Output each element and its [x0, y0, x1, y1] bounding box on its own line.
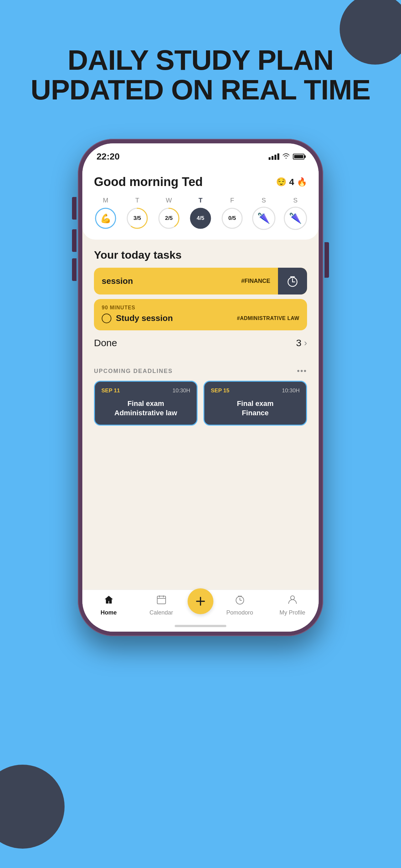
home-indicator — [175, 625, 226, 627]
deadline-meta-1: SEP 11 10:30H — [101, 388, 190, 394]
task-minutes: 90 MINUTES — [102, 305, 299, 311]
battery-icon — [293, 154, 305, 159]
task-card-active[interactable]: session #FINANCE — [94, 268, 307, 294]
task-title: session — [102, 276, 133, 286]
tasks-title: Your today tasks — [94, 249, 307, 261]
task-checkbox[interactable] — [102, 314, 112, 323]
status-time: 22:20 — [96, 151, 120, 162]
profile-icon — [287, 594, 298, 608]
phone-outer: 22:20 — [78, 139, 323, 636]
done-count-row: 3 › — [296, 337, 307, 348]
done-row[interactable]: Done 3 › — [94, 335, 307, 351]
nav-pomodoro[interactable]: Pomodoro — [213, 594, 266, 616]
greeting-card: Good morning Ted 😌 4 🔥 M — [82, 166, 319, 240]
task-pending-row: Study session #ADMINISTRATIVE LAW — [102, 313, 299, 323]
day-saturday: S 🌂 — [252, 197, 275, 230]
phone-mockup: 22:20 — [78, 139, 323, 833]
pomodoro-icon — [235, 594, 245, 608]
home-icon — [104, 594, 114, 608]
day-friday: F 0/5 — [220, 197, 244, 230]
signal-icon — [269, 153, 279, 160]
deadline-time-2: 10:30H — [282, 388, 300, 394]
done-label: Done — [94, 337, 117, 348]
deadlines-header: UPCOMING DEADLINES ••• — [94, 367, 307, 376]
day-tuesday: T 3/5 — [126, 197, 149, 230]
nav-calendar[interactable]: Calendar — [135, 594, 188, 616]
add-button[interactable] — [188, 588, 213, 614]
deadline-title-2: Final examFinance — [211, 399, 300, 417]
nav-profile-label: My Profile — [279, 609, 305, 616]
greeting-text: Good morning Ted — [94, 175, 203, 189]
deadlines-section: UPCOMING DEADLINES ••• SEP 11 10:30H Fin… — [82, 367, 319, 426]
nav-add[interactable] — [188, 597, 213, 614]
day-monday: M 💪 — [94, 197, 117, 230]
content-area: Your today tasks session #FINANCE — [82, 240, 319, 360]
day-thursday: T 4/5 — [189, 197, 212, 230]
task-card-pending[interactable]: 90 MINUTES Study session #ADMINISTRATIVE… — [94, 299, 307, 330]
day-sunday: S 🌂 — [284, 197, 307, 230]
deadline-meta-2: SEP 15 10:30H — [211, 388, 300, 394]
status-icons — [269, 152, 305, 161]
bottom-nav: Home Calendar — [82, 590, 319, 631]
nav-home-label: Home — [100, 609, 117, 616]
deadline-time-1: 10:30H — [173, 388, 190, 394]
fire-emoji: 🔥 — [297, 177, 307, 187]
deadlines-cards: SEP 11 10:30H Final examAdministrative l… — [94, 381, 307, 426]
deadline-card-1[interactable]: SEP 11 10:30H Final examAdministrative l… — [94, 381, 197, 426]
nav-calendar-label: Calendar — [150, 609, 173, 616]
chevron-right-icon: › — [304, 338, 307, 348]
deadline-title-1: Final examAdministrative law — [101, 399, 190, 417]
relaxed-emoji: 😌 — [276, 177, 286, 187]
deadlines-title: UPCOMING DEADLINES — [94, 368, 173, 375]
header-line2: UPDATED ON REAL TIME — [31, 73, 370, 105]
nav-profile[interactable]: My Profile — [266, 594, 319, 616]
deadline-card-2[interactable]: SEP 15 10:30H Final examFinance — [204, 381, 307, 426]
deadline-date-1: SEP 11 — [101, 388, 120, 394]
nav-home[interactable]: Home — [82, 594, 135, 616]
greeting-row: Good morning Ted 😌 4 🔥 — [94, 175, 307, 189]
task-title-pending: Study session — [116, 313, 173, 323]
task-main: session #FINANCE — [94, 268, 278, 294]
header-text: DAILY STUDY PLAN UPDATED ON REAL TIME — [0, 45, 401, 105]
streak-count: 4 — [289, 177, 294, 187]
done-count: 3 — [296, 337, 302, 348]
calendar-icon — [156, 594, 166, 608]
notch — [172, 144, 229, 155]
task-pending-left: Study session — [102, 313, 173, 323]
header-line1: DAILY STUDY PLAN — [67, 44, 333, 76]
phone-inner: 22:20 — [82, 144, 319, 631]
deadlines-more-icon[interactable]: ••• — [297, 367, 307, 376]
nav-items: Home Calendar — [82, 594, 319, 616]
deadline-date-2: SEP 15 — [211, 388, 229, 394]
deco-circle-bottom — [0, 765, 65, 848]
task-tag-pending: #ADMINISTRATIVE LAW — [237, 315, 299, 321]
nav-pomodoro-label: Pomodoro — [226, 609, 253, 616]
task-timer-button[interactable] — [278, 268, 307, 294]
svg-point-22 — [290, 596, 295, 600]
week-row: M 💪 T — [94, 197, 307, 230]
wifi-icon — [282, 152, 289, 161]
day-wednesday: W 2/5 — [157, 197, 181, 230]
streak-badge: 😌 4 🔥 — [276, 177, 307, 187]
svg-rect-12 — [157, 596, 166, 604]
task-tag: #FINANCE — [241, 278, 270, 284]
